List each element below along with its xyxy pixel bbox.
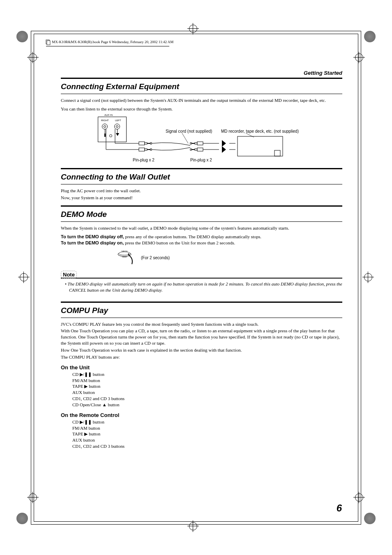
svg-rect-18 <box>238 136 283 156</box>
on-remote-heading: On the Remote Control <box>61 412 342 418</box>
svg-rect-17 <box>197 148 203 151</box>
running-head: Getting Started <box>61 70 342 76</box>
demo-note-text: • The DEMO display will automatically tu… <box>61 281 342 293</box>
remote-button-list: CD ▶/❚❚ button FM/AM button TAPE ▶ butto… <box>61 419 342 449</box>
svg-rect-5 <box>150 143 152 144</box>
svg-rect-8 <box>147 149 150 150</box>
section4-p4: The COMPU PLAY buttons are: <box>61 354 342 360</box>
svg-rect-3 <box>145 143 147 144</box>
section3-off: To turn the DEMO display off, press any … <box>61 234 342 246</box>
svg-rect-2 <box>139 142 145 145</box>
demo-button-diagram: CANCEL DEMO (For 2 seconds) <box>61 249 342 266</box>
svg-rect-13 <box>197 142 203 145</box>
section-title-demo-mode: DEMO Mode <box>61 210 342 219</box>
svg-rect-16 <box>195 149 197 150</box>
section4-p2: With One Touch Operation you can play a … <box>61 328 342 346</box>
svg-rect-4 <box>147 143 150 144</box>
section4-p1: JVC's COMPU PLAY feature lets you contro… <box>61 321 342 327</box>
section1-p1: Connect a signal cord (not supplied) bet… <box>61 97 342 104</box>
svg-rect-6 <box>139 148 145 151</box>
section-title-connecting-external: Connecting External Equipment <box>61 82 342 91</box>
connection-diagram: AUX IN RIGHT LEFT Signal cord (not suppl… <box>61 115 342 164</box>
note-icon: Note <box>61 271 77 279</box>
section-title-wall-outlet: Connecting to the Wall Outlet <box>61 173 342 182</box>
unit-button-list: CD ▶/❚❚ button FM/AM button TAPE ▶ butto… <box>61 371 342 408</box>
section2-p1: Plug the AC power cord into the wall out… <box>61 188 342 194</box>
book-header: MX-K10R&MX-K30R(B).book Page 6 Wednesday… <box>45 39 173 45</box>
demo-label: DEMO <box>122 256 127 258</box>
on-the-unit-heading: On the Unit <box>61 364 342 371</box>
section2-p2: Now, your System is at your command! <box>61 195 342 201</box>
section-title-compu-play: COMPU Play <box>61 306 342 315</box>
svg-rect-10 <box>190 143 191 144</box>
svg-rect-1 <box>47 41 50 45</box>
svg-rect-15 <box>191 149 195 150</box>
svg-rect-12 <box>195 143 197 144</box>
svg-rect-7 <box>145 149 147 150</box>
page-number: 6 <box>337 502 342 514</box>
svg-rect-19 <box>274 150 280 156</box>
svg-rect-9 <box>150 149 152 150</box>
section4-p3: How One Touch Operation works in each ca… <box>61 347 342 353</box>
svg-rect-11 <box>191 143 195 144</box>
section3-p1: When the System is connected to the wall… <box>61 225 342 231</box>
section1-p2: You can then listen to the external sour… <box>61 106 342 112</box>
svg-rect-14 <box>190 149 191 150</box>
